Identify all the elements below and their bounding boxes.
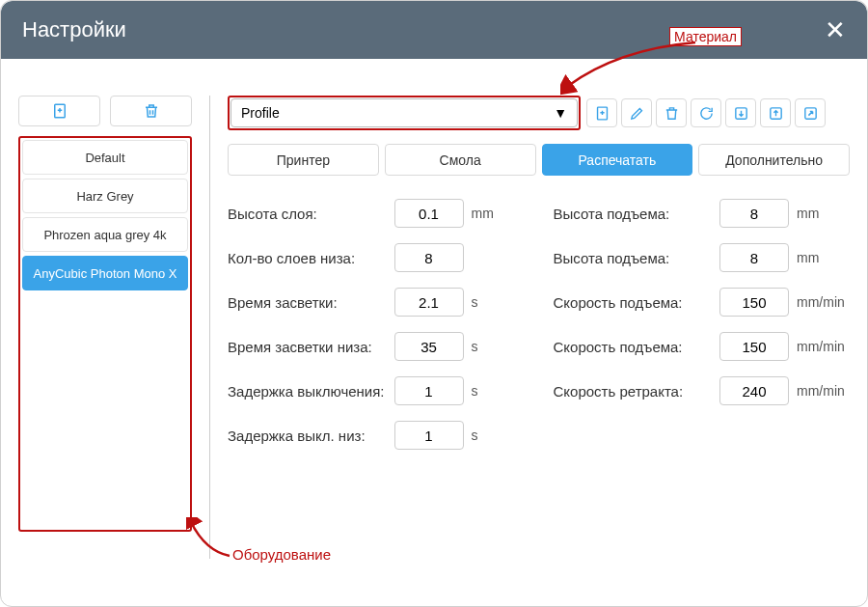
- setting-unit: mm/min: [797, 339, 850, 354]
- setting-unit: s: [472, 428, 525, 443]
- setting-row: Задержка выключения:s: [228, 376, 525, 405]
- profile-delete-button[interactable]: [656, 98, 687, 127]
- profile-export-button[interactable]: [760, 98, 791, 127]
- setting-row: Кол-во слоев низа:: [228, 243, 525, 272]
- profile-actions: [586, 98, 826, 127]
- equipment-item-label: Default: [85, 151, 124, 165]
- delete-equipment-button[interactable]: [110, 96, 192, 126]
- setting-unit: mm/min: [797, 383, 850, 399]
- setting-input[interactable]: [394, 288, 464, 317]
- sidebar: Default Harz Grey Phrozen aqua grey 4k A…: [18, 96, 192, 596]
- setting-unit: mm: [797, 206, 850, 221]
- setting-row: Скорость подъема:mm/min: [554, 288, 851, 317]
- dialog-title: Настройки: [22, 17, 126, 42]
- setting-unit: s: [472, 339, 525, 354]
- refresh-icon: [698, 105, 715, 122]
- equipment-item[interactable]: AnyCubic Photon Mono X: [22, 256, 188, 290]
- setting-input[interactable]: [719, 376, 789, 405]
- setting-row: Скорость подъема:mm/min: [554, 332, 851, 361]
- setting-row: Высота подъема:mm: [554, 243, 851, 272]
- tab-printer[interactable]: Принтер: [228, 144, 379, 176]
- setting-row: Время засветки низа:s: [228, 332, 525, 361]
- tab-extra[interactable]: Дополнительно: [698, 144, 850, 176]
- dialog-body: Default Harz Grey Phrozen aqua grey 4k A…: [1, 59, 867, 606]
- setting-row: Высота слоя:mm: [228, 199, 525, 228]
- profile-reset-button[interactable]: [691, 98, 721, 127]
- setting-unit: s: [472, 294, 525, 310]
- tab-label: Смола: [440, 152, 481, 168]
- setting-input[interactable]: [719, 243, 789, 272]
- equipment-item-label: Phrozen aqua grey 4k: [43, 228, 166, 242]
- export-icon: [768, 105, 784, 122]
- setting-row: Скорость ретракта:mm/min: [554, 376, 851, 405]
- equipment-item-label: AnyCubic Photon Mono X: [34, 266, 177, 281]
- setting-input[interactable]: [394, 199, 464, 228]
- equipment-item[interactable]: Default: [22, 140, 188, 175]
- setting-input[interactable]: [719, 199, 789, 228]
- equipment-item[interactable]: Harz Grey: [22, 179, 188, 213]
- profile-highlight: Profile ▼: [228, 96, 581, 130]
- setting-label: Время засветки:: [228, 294, 394, 311]
- tab-print[interactable]: Распечатать: [542, 144, 693, 176]
- setting-label: Высота подъема:: [554, 250, 720, 266]
- main-panel: Profile ▼ Принтер Смола Распечатать Допо…: [228, 96, 850, 596]
- setting-input[interactable]: [719, 332, 789, 361]
- setting-row: Высота подъема:mm: [554, 199, 851, 228]
- setting-unit: s: [472, 383, 525, 399]
- pencil-icon: [629, 105, 645, 122]
- file-plus-icon: [51, 102, 68, 120]
- setting-input[interactable]: [394, 421, 464, 450]
- equipment-item-label: Harz Grey: [76, 189, 133, 204]
- profile-add-button[interactable]: [586, 98, 617, 127]
- setting-label: Скорость подъема:: [554, 339, 720, 355]
- setting-unit: mm: [797, 250, 850, 265]
- setting-label: Скорость ретракта:: [554, 383, 720, 400]
- share-icon: [802, 105, 819, 122]
- profile-select-label: Profile: [241, 105, 280, 121]
- setting-row: Время засветки:s: [228, 288, 525, 317]
- trash-icon: [143, 102, 160, 120]
- tab-label: Дополнительно: [725, 152, 823, 168]
- setting-input[interactable]: [394, 376, 464, 405]
- setting-input[interactable]: [394, 243, 464, 272]
- import-icon: [733, 105, 749, 122]
- file-plus-icon: [594, 105, 610, 122]
- equipment-item[interactable]: Phrozen aqua grey 4k: [22, 217, 188, 252]
- profile-import-button[interactable]: [725, 98, 756, 127]
- tab-resin[interactable]: Смола: [385, 144, 536, 176]
- setting-label: Высота слоя:: [228, 206, 394, 222]
- divider: [209, 96, 210, 559]
- settings-col-left: Высота слоя:mmКол-во слоев низа:Время за…: [228, 199, 525, 465]
- profile-share-button[interactable]: [795, 98, 826, 127]
- setting-row: Задержка выкл. низ:s: [228, 421, 525, 450]
- setting-label: Задержка выкл. низ:: [228, 428, 394, 444]
- profile-edit-button[interactable]: [621, 98, 652, 127]
- setting-input[interactable]: [719, 288, 789, 317]
- setting-label: Время засветки низа:: [228, 339, 394, 355]
- profile-select[interactable]: Profile ▼: [231, 98, 578, 127]
- add-equipment-button[interactable]: [18, 96, 100, 126]
- equipment-list: Default Harz Grey Phrozen aqua grey 4k A…: [18, 136, 192, 532]
- setting-input[interactable]: [394, 332, 464, 361]
- profile-row: Profile ▼: [228, 96, 850, 130]
- setting-label: Задержка выключения:: [228, 383, 394, 400]
- close-button[interactable]: ✕: [825, 15, 846, 45]
- dialog-header: Настройки ✕: [1, 1, 867, 59]
- setting-unit: mm: [472, 206, 525, 221]
- chevron-down-icon: ▼: [554, 105, 567, 121]
- tab-label: Принтер: [277, 152, 330, 168]
- trash-icon: [664, 105, 680, 122]
- setting-label: Кол-во слоев низа:: [228, 250, 394, 266]
- tabs: Принтер Смола Распечатать Дополнительно: [228, 144, 850, 176]
- setting-unit: mm/min: [797, 294, 850, 310]
- setting-label: Скорость подъема:: [554, 294, 720, 311]
- settings-col-right: Высота подъема:mmВысота подъема:mmСкорос…: [554, 199, 851, 465]
- sidebar-actions: [18, 96, 192, 126]
- settings-grid: Высота слоя:mmКол-во слоев низа:Время за…: [228, 199, 850, 465]
- tab-label: Распечатать: [578, 152, 656, 168]
- setting-label: Высота подъема:: [554, 206, 720, 222]
